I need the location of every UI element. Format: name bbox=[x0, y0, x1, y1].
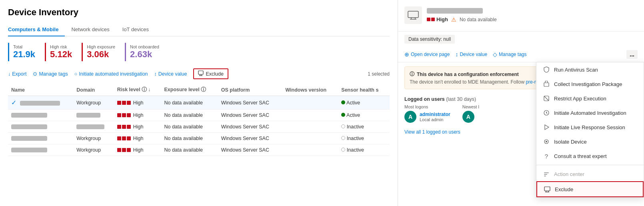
cell-sensor: Inactive bbox=[338, 133, 390, 144]
cell-exposure: No data available bbox=[161, 133, 218, 144]
user-name-link[interactable]: administrator bbox=[420, 112, 450, 117]
menu-item-initiate-auto-investigation[interactable]: Initiate Automated Investigation bbox=[536, 106, 644, 120]
stat-not-onboarded-value: 2.63k bbox=[130, 49, 159, 60]
manage-tags-button[interactable]: ⊙ Manage tags bbox=[33, 71, 68, 77]
stat-high-risk-value: 5.12k bbox=[50, 49, 72, 60]
cell-sensor: Inactive bbox=[338, 121, 390, 133]
table-row[interactable]: High No data available Windows Server SA… bbox=[8, 110, 390, 121]
svg-point-14 bbox=[546, 141, 547, 142]
cell-domain bbox=[73, 110, 114, 121]
cell-os: Windows Server SAC bbox=[218, 144, 282, 156]
device-value-button[interactable]: ↕ Device value bbox=[154, 71, 187, 77]
col-exposure: Exposure level ⓘ bbox=[161, 84, 218, 96]
stat-total-label: Total bbox=[13, 44, 35, 49]
exclude-icon bbox=[544, 186, 551, 193]
menu-item-exclude[interactable]: Exclude bbox=[536, 181, 644, 197]
tab-bar: Computers & Mobile Network devices IoT d… bbox=[8, 23, 390, 36]
newest-avatar: A bbox=[462, 111, 474, 123]
toolbar: ↓ Export ⊙ Manage tags ○ Initiate automa… bbox=[8, 68, 390, 79]
cell-sensor: Active bbox=[338, 110, 390, 121]
svg-rect-17 bbox=[544, 176, 546, 176]
cell-sensor: Active bbox=[338, 96, 390, 110]
selected-count-badge: 1 selected bbox=[368, 71, 390, 77]
cell-exposure: No data available bbox=[161, 121, 218, 133]
manage-tags-button[interactable]: ◇ Manage tags bbox=[493, 51, 526, 58]
arrows-icon: ↕ bbox=[455, 51, 458, 58]
svg-rect-8 bbox=[544, 83, 549, 86]
export-icon: ↓ bbox=[8, 71, 10, 77]
more-options-button[interactable]: ... bbox=[626, 50, 638, 59]
device-table: Name Domain Risk level ⓘ ↓ Exposure leve… bbox=[8, 84, 390, 156]
col-name: Name bbox=[8, 84, 73, 96]
dropdown-menu: Run Antivirus Scan Collect Investigation… bbox=[536, 62, 644, 198]
cell-risk: High bbox=[114, 110, 161, 121]
open-device-page-button[interactable]: ⊕ Open device page bbox=[404, 51, 450, 58]
menu-item-consult-expert[interactable]: ? Consult a threat expert bbox=[536, 149, 644, 163]
circle-arrow-icon: ⊕ bbox=[404, 51, 409, 58]
isolate-icon bbox=[543, 138, 550, 145]
cell-name bbox=[8, 121, 73, 133]
export-button[interactable]: ↓ Export bbox=[8, 71, 26, 77]
tab-network[interactable]: Network devices bbox=[71, 23, 116, 36]
cell-risk: High bbox=[114, 133, 161, 144]
warning-icon: ⚠ bbox=[451, 16, 456, 23]
checkbox-checked-icon[interactable]: ✓ bbox=[11, 99, 16, 106]
cell-domain: Workgroup bbox=[73, 144, 114, 156]
restrict-icon bbox=[543, 95, 550, 102]
cell-name bbox=[8, 144, 73, 156]
cell-windows bbox=[282, 96, 338, 110]
device-icon bbox=[404, 6, 422, 24]
shield-icon bbox=[543, 66, 550, 73]
table-row[interactable]: ✓ Workgroup High No data available Win bbox=[8, 96, 390, 110]
svg-rect-0 bbox=[198, 71, 203, 74]
svg-rect-4 bbox=[408, 11, 418, 18]
stat-total: Total 21.9k bbox=[8, 43, 45, 61]
menu-item-run-antivirus[interactable]: Run Antivirus Scan bbox=[536, 62, 644, 77]
device-header: High ⚠ No data available bbox=[398, 0, 644, 32]
menu-item-restrict-app[interactable]: Restrict App Execution bbox=[536, 91, 644, 106]
avatar: A bbox=[404, 111, 416, 123]
stat-not-onboarded-label: Not onboarded bbox=[130, 44, 159, 49]
risk-indicator: High bbox=[427, 16, 448, 22]
svg-rect-15 bbox=[544, 172, 549, 173]
cell-exposure: No data available bbox=[161, 110, 218, 121]
stat-high-risk-label: High risk bbox=[50, 44, 72, 49]
cell-domain: Workgroup bbox=[73, 133, 114, 144]
package-icon bbox=[543, 80, 550, 88]
cell-windows bbox=[282, 133, 338, 144]
col-os: OS platform bbox=[218, 84, 282, 96]
user-info: A administrator Local admin bbox=[404, 111, 450, 123]
cell-os: Windows Server SAC bbox=[218, 96, 282, 110]
initiate-investigation-button[interactable]: ○ Initiate automated investigation bbox=[74, 71, 148, 77]
tab-computers[interactable]: Computers & Mobile bbox=[8, 23, 65, 36]
cell-os: Windows Server SAC bbox=[218, 121, 282, 133]
menu-item-isolate-device[interactable]: Isolate Device bbox=[536, 134, 644, 149]
cell-risk: High bbox=[114, 121, 161, 133]
cell-exposure: No data available bbox=[161, 144, 218, 156]
table-row[interactable]: High No data available Windows Server SA… bbox=[8, 121, 390, 133]
cell-name bbox=[8, 110, 73, 121]
question-icon: ? bbox=[543, 152, 550, 160]
svg-line-10 bbox=[544, 96, 549, 101]
exclude-button[interactable]: Exclude bbox=[193, 68, 228, 79]
action-center-icon bbox=[543, 170, 550, 178]
device-value-button[interactable]: ↕ Device value bbox=[455, 51, 487, 58]
svg-rect-18 bbox=[544, 187, 550, 191]
data-sensitivity-badge: Data sensitivity: null bbox=[398, 32, 644, 47]
left-panel: Device Inventory Computers & Mobile Netw… bbox=[0, 0, 398, 206]
menu-item-initiate-live-response[interactable]: Initiate Live Response Session bbox=[536, 120, 644, 134]
menu-item-collect-investigation[interactable]: Collect Investigation Package bbox=[536, 77, 644, 91]
svg-rect-16 bbox=[544, 174, 547, 175]
col-sensor: Sensor health s bbox=[338, 84, 390, 96]
investigation-icon: ○ bbox=[74, 71, 78, 77]
tab-iot[interactable]: IoT devices bbox=[122, 23, 155, 36]
col-risk: Risk level ⓘ ↓ bbox=[114, 84, 161, 96]
stats-row: Total 21.9k High risk 5.12k High exposur… bbox=[8, 43, 390, 61]
table-row[interactable]: Workgroup High No data available Windows… bbox=[8, 144, 390, 156]
menu-item-action-center: Action center bbox=[536, 167, 644, 181]
table-row[interactable]: Workgroup High No data available Windows… bbox=[8, 133, 390, 144]
arrows-icon: ↕ bbox=[154, 71, 157, 77]
circle-arrow-icon bbox=[543, 109, 550, 116]
cell-os: Windows Server SAC bbox=[218, 110, 282, 121]
device-actions: ⊕ Open device page ↕ Device value ◇ Mana… bbox=[398, 47, 644, 62]
